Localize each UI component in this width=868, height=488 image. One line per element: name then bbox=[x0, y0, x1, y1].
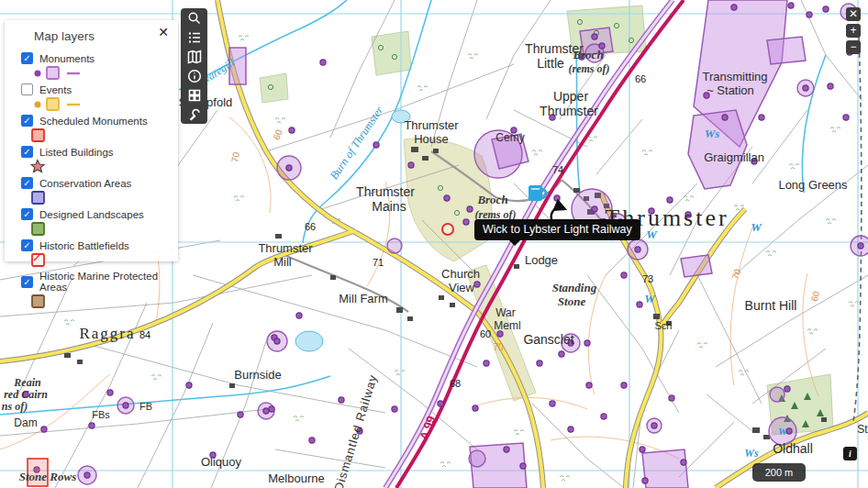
monument-marker[interactable] bbox=[84, 472, 90, 478]
monument-marker[interactable] bbox=[320, 60, 326, 65]
monument-halo[interactable] bbox=[469, 450, 485, 467]
monument-marker[interactable] bbox=[520, 463, 526, 469]
monument-marker[interactable] bbox=[186, 383, 192, 388]
monument-marker[interactable] bbox=[238, 412, 243, 417]
monument-marker[interactable] bbox=[286, 165, 292, 171]
monument-marker[interactable] bbox=[339, 397, 344, 403]
monument-marker[interactable] bbox=[474, 282, 480, 287]
monument-marker[interactable] bbox=[858, 243, 863, 249]
monument-halo[interactable] bbox=[387, 238, 402, 253]
monument-marker[interactable] bbox=[640, 447, 645, 452]
monument-marker[interactable] bbox=[107, 390, 113, 395]
monument-marker[interactable] bbox=[484, 360, 489, 366]
map-label: Broch bbox=[572, 48, 603, 61]
checkbox-designed-landscapes[interactable]: ✓ bbox=[21, 208, 33, 220]
layer-toggle-monuments[interactable]: ✓Monuments bbox=[21, 52, 171, 64]
legend-square-icon bbox=[30, 190, 113, 205]
map-label: W bbox=[778, 426, 788, 437]
monument-marker[interactable] bbox=[592, 34, 597, 39]
monument-marker[interactable] bbox=[504, 447, 509, 452]
monument-marker[interactable] bbox=[392, 406, 397, 412]
monument-area[interactable] bbox=[681, 255, 712, 277]
monument-area[interactable] bbox=[767, 37, 806, 64]
monument-marker[interactable] bbox=[759, 115, 764, 120]
monument-marker[interactable] bbox=[788, 3, 794, 8]
monument-marker[interactable] bbox=[807, 12, 812, 17]
monument-marker[interactable] bbox=[537, 360, 542, 366]
monument-marker[interactable] bbox=[263, 408, 269, 414]
monument-marker[interactable] bbox=[568, 427, 573, 432]
monument-marker[interactable] bbox=[550, 401, 555, 406]
layer-toggle-historic-marine-protected-areas[interactable]: ✓Historic Marine Protected Areas bbox=[21, 271, 171, 293]
monument-marker[interactable] bbox=[731, 5, 737, 10]
monument-marker[interactable] bbox=[621, 272, 627, 278]
monument-marker[interactable] bbox=[651, 423, 657, 428]
monument-marker[interactable] bbox=[559, 351, 564, 357]
monument-marker[interactable] bbox=[444, 195, 450, 201]
monument-marker[interactable] bbox=[123, 403, 128, 408]
monument-halo[interactable] bbox=[770, 387, 785, 402]
monument-marker[interactable] bbox=[586, 383, 592, 388]
close-map-button[interactable]: ✕ bbox=[846, 7, 861, 21]
monument-marker[interactable] bbox=[592, 206, 597, 212]
layer-legend bbox=[30, 96, 171, 112]
close-icon[interactable]: ✕ bbox=[156, 25, 171, 39]
monument-marker[interactable] bbox=[41, 427, 47, 432]
monument-marker[interactable] bbox=[438, 401, 443, 406]
tools-button[interactable] bbox=[181, 105, 207, 124]
monument-marker[interactable] bbox=[89, 423, 95, 428]
zoom-out-button[interactable]: − bbox=[846, 40, 861, 54]
checkbox-events[interactable] bbox=[21, 83, 33, 95]
feature-tooltip: Wick to Lybster Light Railway bbox=[474, 219, 640, 240]
info-button[interactable] bbox=[181, 66, 207, 85]
monument-area[interactable] bbox=[642, 449, 688, 488]
scheduled-monument-marker[interactable] bbox=[442, 224, 453, 235]
monument-marker[interactable] bbox=[554, 195, 560, 201]
monument-marker[interactable] bbox=[269, 406, 274, 412]
monument-marker[interactable] bbox=[584, 340, 590, 346]
monument-marker[interactable] bbox=[296, 313, 302, 318]
grid-button[interactable] bbox=[181, 85, 207, 105]
layer-toggle-historic-battlefields[interactable]: ✓Historic Battlefields bbox=[21, 239, 171, 251]
basemap-button[interactable] bbox=[181, 47, 207, 66]
monument-marker[interactable] bbox=[803, 85, 808, 91]
checkbox-listed-buildings[interactable]: ✓ bbox=[21, 146, 33, 158]
monument-marker[interactable] bbox=[722, 115, 728, 120]
layer-toggle-conservation-areas[interactable]: ✓Conservation Areas bbox=[21, 177, 171, 189]
monument-marker[interactable] bbox=[408, 162, 414, 168]
monument-marker[interactable] bbox=[463, 219, 469, 225]
monument-marker[interactable] bbox=[681, 460, 686, 465]
monument-marker[interactable] bbox=[635, 247, 640, 252]
monument-marker[interactable] bbox=[373, 142, 379, 148]
checkbox-monuments[interactable]: ✓ bbox=[21, 52, 33, 64]
monument-marker[interactable] bbox=[601, 414, 606, 419]
monument-marker[interactable] bbox=[289, 128, 295, 133]
layer-toggle-scheduled-monuments[interactable]: ✓Scheduled Monuments bbox=[21, 115, 171, 127]
layer-label: Conservation Areas bbox=[39, 178, 131, 189]
monument-marker[interactable] bbox=[467, 206, 473, 212]
monument-marker[interactable] bbox=[667, 197, 673, 203]
monument-marker[interactable] bbox=[642, 478, 648, 483]
monument-marker[interactable] bbox=[823, 6, 829, 12]
checkbox-historic-marine-protected-areas[interactable]: ✓ bbox=[21, 276, 33, 288]
monument-marker[interactable] bbox=[473, 405, 478, 411]
search-button[interactable] bbox=[181, 8, 207, 28]
monument-marker[interactable] bbox=[637, 302, 642, 307]
checkbox-conservation-areas[interactable]: ✓ bbox=[21, 177, 33, 189]
layer-toggle-listed-buildings[interactable]: ✓Listed Buildings bbox=[21, 146, 171, 158]
monument-marker[interactable] bbox=[843, 115, 849, 120]
attribution-info-button[interactable]: i bbox=[843, 447, 857, 460]
monument-marker[interactable] bbox=[785, 386, 790, 392]
checkbox-scheduled-monuments[interactable]: ✓ bbox=[21, 115, 33, 127]
zoom-in-button[interactable]: + bbox=[846, 24, 861, 38]
monument-marker[interactable] bbox=[309, 438, 315, 443]
layers-list-button[interactable] bbox=[181, 28, 207, 47]
layer-toggle-designed-landscapes[interactable]: ✓Designed Landscapes bbox=[21, 208, 171, 220]
monument-marker[interactable] bbox=[621, 383, 627, 388]
monument-marker[interactable] bbox=[274, 338, 280, 344]
layer-toggle-events[interactable]: Events bbox=[21, 83, 171, 95]
monument-marker[interactable] bbox=[669, 395, 674, 401]
map-label: House bbox=[414, 132, 449, 146]
checkbox-historic-battlefields[interactable]: ✓ bbox=[21, 239, 33, 251]
monument-marker[interactable] bbox=[828, 83, 833, 89]
